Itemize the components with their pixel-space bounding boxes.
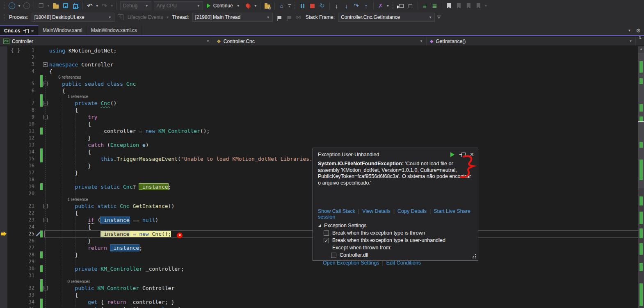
clear-bookmarks-icon[interactable]	[474, 1, 484, 11]
step-out-icon[interactable]: ↑	[361, 1, 371, 11]
collapse-triangle-icon[interactable]	[318, 224, 321, 227]
code-line-5[interactable]: 5public sealed class Cnc	[0, 80, 638, 87]
toolbar-drag-grip[interactable]	[4, 2, 5, 9]
redo-dropdown-icon[interactable]: ▼	[110, 4, 114, 8]
codelens-references[interactable]: 1 reference	[49, 197, 88, 202]
break-when-thrown-checkbox[interactable]	[324, 230, 329, 236]
prev-bookmark-icon[interactable]	[454, 1, 464, 11]
process-dropdown[interactable]: [18048] DesktopUI.exe▼	[32, 13, 114, 22]
resize-grip[interactable]	[475, 258, 476, 258]
navigate-back-dropdown-icon[interactable]: ▼	[18, 4, 21, 8]
fold-collapse-icon[interactable]	[43, 101, 48, 105]
thread-dropdown[interactable]: [21980] Main Thread▼	[192, 13, 273, 22]
bookmark-icon[interactable]	[444, 1, 454, 11]
vertical-scrollbar[interactable]: ▲	[638, 46, 644, 308]
lifecycle-dropdown-icon[interactable]: ▼	[166, 16, 169, 19]
show-threads-flag-icon[interactable]	[274, 12, 284, 22]
tab-list-dropdown-icon[interactable]: ▼	[628, 29, 631, 32]
codelens-row[interactable]: 0 references	[0, 279, 638, 285]
toolbar-overflow-icon[interactable]: ▼	[288, 4, 291, 7]
code-line-12[interactable]: 12}	[0, 135, 638, 141]
navigate-forward-icon[interactable]: →	[22, 1, 32, 11]
code-line-33[interactable]: 33{	[0, 292, 638, 299]
window-switch-icon[interactable]: ❐	[36, 1, 46, 11]
flagged-threads-icon[interactable]	[284, 12, 294, 22]
tab-mainwindow-xaml-cs[interactable]: MainWindow.xaml.cs	[87, 25, 142, 35]
hot-reload-icon[interactable]	[243, 1, 253, 11]
fold-collapse-icon[interactable]	[43, 204, 48, 208]
toolbar-drag-grip[interactable]	[4, 14, 5, 21]
open-file-icon[interactable]	[51, 1, 61, 11]
project-dropdown[interactable]: C# Controller ▼	[0, 37, 213, 46]
pin-icon[interactable]	[459, 153, 465, 157]
continue-icon[interactable]	[450, 152, 454, 157]
member-dropdown[interactable]: ◆ GetInstance() ▼	[427, 37, 636, 46]
codelens-row[interactable]: 6 references	[0, 75, 638, 80]
save-all-icon[interactable]	[71, 1, 80, 11]
toolbar-drag-grip[interactable]	[393, 2, 394, 9]
codelens-references[interactable]: 1 reference	[49, 94, 88, 99]
tab-cnc-cs[interactable]: Cnc.cs ×	[0, 25, 39, 35]
code-line-9[interactable]: 9try	[0, 114, 638, 121]
codelens-row[interactable]: 1 reference	[0, 94, 638, 100]
code-line-3[interactable]: 3namespace Controller	[0, 61, 638, 68]
edit-conditions-link[interactable]: Edit Conditions	[386, 260, 421, 266]
call-stack-window-icon[interactable]	[406, 1, 416, 11]
code-line-2[interactable]: 2	[0, 54, 638, 61]
close-icon[interactable]: ×	[31, 28, 34, 34]
hot-reload-dropdown-icon[interactable]: ▼	[254, 4, 257, 8]
next-bookmark-icon[interactable]	[464, 1, 474, 11]
code-line-11[interactable]: 11_controller = new KM_Controller();	[0, 128, 638, 135]
code-line-8[interactable]: 8{	[0, 107, 638, 114]
close-icon[interactable]: ×	[470, 152, 474, 157]
threads-dropdown-icon[interactable]: ▼	[386, 4, 390, 8]
fold-collapse-icon[interactable]	[43, 82, 48, 86]
navigate-back-icon[interactable]: ←	[7, 1, 17, 11]
code-line-6[interactable]: 6{	[0, 87, 638, 94]
lifecycle-events-icon[interactable]: ϟ	[116, 12, 126, 22]
exception-settings-header[interactable]: Exception Settings	[318, 223, 478, 228]
stop-debugging-icon[interactable]	[308, 1, 317, 11]
show-threads-icon[interactable]: ✗	[376, 1, 386, 11]
code-line-32[interactable]: 32public KM_Controller Controller	[0, 285, 638, 292]
code-line-7[interactable]: 7private Cnc()	[0, 100, 638, 107]
redo-icon[interactable]: ↷	[100, 1, 110, 11]
code-line-10[interactable]: 10{	[0, 121, 638, 128]
copy-details-link[interactable]: Copy Details	[397, 208, 427, 214]
solution-platform-dropdown[interactable]: Any CPU▼	[154, 1, 203, 10]
gear-icon[interactable]: ⚙	[636, 27, 641, 34]
undo-icon[interactable]: ↶	[85, 1, 95, 11]
show-next-statement-icon[interactable]: ↓	[332, 1, 342, 11]
step-into-icon[interactable]: ↓	[342, 1, 352, 11]
fold-collapse-icon[interactable]	[43, 218, 48, 222]
continue-dropdown-icon[interactable]: ▼	[237, 4, 240, 8]
code-line-31[interactable]: 31	[0, 272, 638, 279]
code-line-34[interactable]: 34get { return _controller; }	[0, 299, 638, 306]
fold-collapse-icon[interactable]	[43, 286, 48, 290]
code-line-4[interactable]: 4{	[0, 68, 638, 75]
run-to-cursor-icon[interactable]	[396, 1, 406, 11]
step-over-icon[interactable]: ↷	[352, 1, 361, 11]
code-cleanup-icon[interactable]: ≣	[430, 1, 440, 11]
suppress-jit-icon[interactable]: ⋈	[294, 12, 304, 22]
window-switch-dropdown-icon[interactable]: ▼	[47, 4, 50, 8]
toolbar-overflow-icon[interactable]: ▼	[437, 16, 441, 19]
codelens-references[interactable]: 0 references	[49, 279, 90, 284]
lifecycle-events-label[interactable]: Lifecycle Events	[128, 14, 163, 20]
code-line-1[interactable]: 1using KMotion_dotNet;	[0, 47, 638, 54]
fold-collapse-icon[interactable]	[43, 62, 48, 67]
solution-configuration-dropdown[interactable]: Debug▼	[120, 1, 151, 10]
fold-collapse-icon[interactable]	[43, 115, 48, 119]
open-exception-settings-link[interactable]: Open Exception Settings	[323, 260, 379, 266]
bookmarks-overflow-icon[interactable]: ▼	[484, 4, 488, 8]
scroll-up-icon[interactable]: ▲	[638, 47, 644, 51]
break-when-user-unhandled-checkbox[interactable]: ✓	[324, 238, 329, 243]
find-in-files-icon[interactable]	[263, 1, 272, 11]
restart-icon[interactable]: ↻	[317, 1, 327, 11]
stack-frame-dropdown[interactable]: Controller.Cnc.GetInstance▼	[338, 13, 435, 22]
view-details-link[interactable]: View Details	[362, 208, 391, 214]
break-all-icon[interactable]	[298, 1, 308, 11]
apply-code-changes-icon[interactable]: ≡	[420, 1, 430, 11]
save-icon[interactable]	[61, 1, 71, 11]
continue-button[interactable]: Continue ▼	[207, 3, 241, 9]
